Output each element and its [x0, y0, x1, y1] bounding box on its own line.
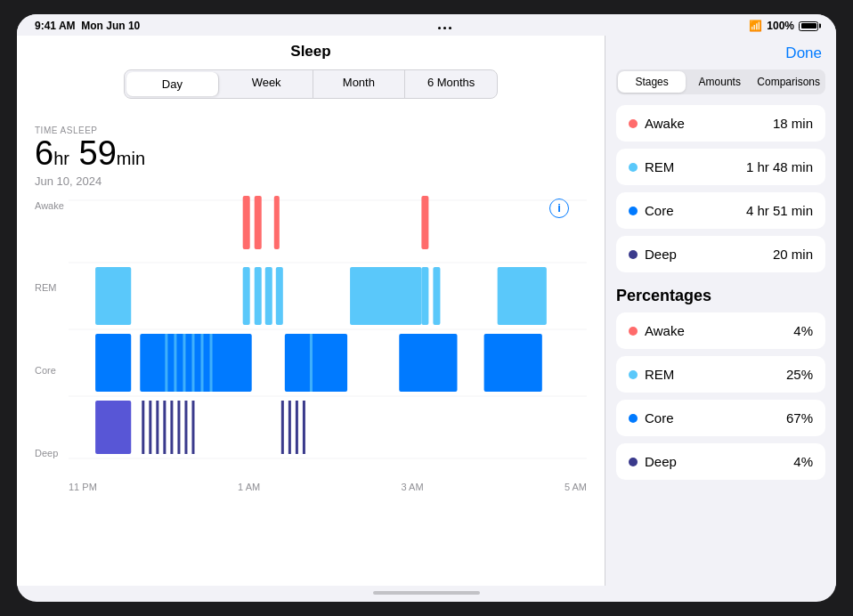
svg-rect-36 [177, 401, 180, 454]
rem-dot [629, 163, 638, 172]
svg-rect-24 [201, 334, 204, 392]
details-panel: Done Stages Amounts Comparisons Awake 18… [605, 36, 836, 586]
svg-rect-32 [149, 401, 151, 454]
svg-rect-19 [140, 334, 251, 392]
y-label-rem: REM [35, 282, 64, 293]
svg-rect-13 [276, 267, 283, 325]
svg-rect-30 [95, 401, 131, 454]
pct-awake-label: Awake [645, 323, 685, 338]
pct-awake-value: 4% [793, 323, 813, 338]
status-right: 📶 100% [749, 20, 818, 32]
svg-rect-9 [95, 267, 131, 325]
pct-item-awake: Awake 4% [616, 312, 825, 349]
stages-list: Awake 18 min REM 1 hr 48 min Core [605, 105, 836, 280]
pct-awake-dot [629, 327, 638, 336]
svg-rect-7 [274, 196, 280, 249]
deep-dot [629, 250, 638, 259]
svg-rect-5 [243, 196, 250, 249]
svg-rect-17 [498, 267, 547, 325]
battery-icon [799, 21, 818, 31]
awake-value: 18 min [773, 116, 813, 131]
tab-day[interactable]: Day [126, 72, 219, 96]
pct-deep-label: Deep [645, 454, 677, 469]
svg-rect-31 [142, 401, 144, 454]
svg-rect-42 [303, 401, 305, 454]
battery-percent: 100% [767, 20, 794, 32]
svg-rect-41 [296, 401, 298, 454]
svg-rect-20 [165, 334, 167, 392]
svg-rect-8 [421, 196, 428, 249]
pct-rem-value: 25% [786, 367, 813, 382]
pct-core-value: 67% [786, 410, 813, 426]
svg-rect-11 [255, 267, 262, 325]
app-title: Sleep [17, 36, 605, 69]
stage-item-rem: REM 1 hr 48 min [616, 149, 825, 185]
tab-month[interactable]: Month [313, 70, 406, 98]
stage-item-core: Core 4 hr 51 min [616, 192, 825, 229]
pct-deep-value: 4% [793, 454, 813, 469]
awake-dot [629, 119, 638, 128]
ipad-frame: 9:41 AM Mon Jun 10 📶 100% Sleep Day Wee [17, 14, 836, 602]
x-label-3am: 3 AM [402, 482, 424, 492]
sleep-date: Jun 10, 2024 [35, 174, 587, 188]
svg-rect-38 [191, 401, 194, 454]
sleep-chart-svg [69, 191, 587, 467]
wifi-icon: 📶 [749, 20, 762, 32]
battery-fill [801, 23, 816, 28]
svg-rect-39 [281, 401, 284, 454]
svg-rect-23 [191, 334, 194, 392]
done-button[interactable]: Done [785, 45, 822, 62]
status-time: 9:41 AM Mon Jun 10 [35, 20, 140, 32]
core-dot [629, 207, 638, 215]
awake-label: Awake [645, 116, 685, 131]
svg-rect-27 [310, 334, 313, 392]
tab-6months[interactable]: 6 Months [405, 70, 497, 98]
segment-stages[interactable]: Stages [618, 71, 686, 93]
rem-label: REM [645, 159, 674, 174]
svg-rect-25 [210, 334, 213, 392]
segment-control: Stages Amounts Comparisons [616, 69, 825, 94]
chart-panel: Sleep Day Week Month 6 Months TIME ASLEE… [17, 36, 605, 586]
svg-rect-26 [285, 334, 347, 392]
x-label-5am: 5 AM [565, 482, 587, 492]
svg-rect-37 [184, 401, 187, 454]
segment-amounts[interactable]: Amounts [686, 71, 753, 93]
details-header: Done [605, 36, 836, 69]
pct-rem-label: REM [645, 367, 674, 382]
status-dot-1 [438, 27, 441, 29]
svg-rect-16 [433, 267, 440, 325]
pct-rem-dot [629, 370, 638, 379]
chart-area: i Awake REM Core Deep [17, 191, 605, 586]
svg-rect-6 [255, 196, 262, 249]
home-indicator [373, 591, 480, 595]
svg-rect-29 [484, 334, 542, 392]
pct-item-rem: REM 25% [616, 356, 825, 393]
deep-value: 20 min [773, 247, 813, 262]
deep-label: Deep [645, 247, 677, 262]
svg-rect-40 [288, 401, 291, 454]
svg-rect-28 [399, 334, 457, 392]
stage-item-awake: Awake 18 min [616, 105, 825, 142]
y-label-awake: Awake [35, 200, 64, 211]
pct-deep-dot [629, 458, 638, 466]
pct-item-core: Core 67% [616, 400, 825, 436]
svg-rect-10 [243, 267, 250, 325]
stage-item-deep: Deep 20 min [616, 236, 825, 272]
status-bar: 9:41 AM Mon Jun 10 📶 100% [17, 14, 836, 36]
svg-rect-21 [174, 334, 176, 392]
core-value: 4 hr 51 min [746, 203, 813, 218]
percentages-section-title: Percentages [605, 280, 836, 312]
status-dot-3 [449, 27, 451, 29]
x-label-1am: 1 AM [238, 482, 260, 492]
rem-value: 1 hr 48 min [746, 159, 813, 174]
tab-week[interactable]: Week [221, 70, 313, 98]
svg-rect-12 [265, 267, 272, 325]
x-label-11pm: 11 PM [69, 482, 97, 492]
status-center [438, 23, 451, 29]
core-label: Core [645, 203, 674, 218]
y-label-deep: Deep [35, 448, 64, 458]
segment-comparisons[interactable]: Comparisons [753, 71, 824, 93]
time-asleep-label: TIME ASLEEP [35, 126, 587, 135]
svg-rect-14 [350, 267, 421, 325]
content-area: Sleep Day Week Month 6 Months TIME ASLEE… [17, 36, 836, 586]
